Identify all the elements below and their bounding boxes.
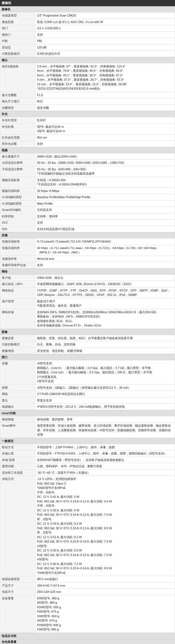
spec-value: •S型号支持: 路线输入（Line in）：最大输入幅值：3.3 Vpp，输入阻… bbox=[35, 360, 175, 385]
spec-label: 快门 bbox=[0, 25, 35, 32]
spec-value: 32 Kbps~8 Mbps bbox=[35, 188, 175, 194]
spec-value: 186.6×92.7×87.6 mm bbox=[35, 582, 175, 589]
spec-value: 支持 bbox=[35, 141, 175, 147]
table-row: 用户管理最多32个用户 可配置管理员、操作员、普通用户 bbox=[0, 298, 175, 309]
spec-label: 日夜切换模式 bbox=[0, 341, 35, 348]
spec-label: 音频 bbox=[0, 360, 35, 385]
spec-label: 供电方式 bbox=[0, 476, 35, 576]
spec-value: 支持 bbox=[35, 31, 175, 38]
section-header: 网络 bbox=[0, 269, 175, 274]
spec-value: 850 nm bbox=[35, 134, 175, 141]
spec-value: DWD型号: 460 g WD型号: 480 g FDWD型号: 655 g F… bbox=[35, 595, 175, 633]
spec-value: G.711ulaw/G.711alaw/G.722.1/G.726/MP2L2/… bbox=[35, 238, 175, 245]
table-row: Smart事件场景变更侦测、区域入侵侦测、越界侦测、进入区域侦测、离开区域侦测、… bbox=[0, 423, 175, 438]
section-header: 音频 bbox=[0, 232, 175, 238]
spec-label: Smart264编码 bbox=[0, 207, 35, 213]
spec-value: -30 °C~60 °C，湿度不于95%（无凝结） bbox=[35, 469, 175, 476]
table-row: 复位带复位支持 bbox=[0, 397, 175, 404]
spec-table: 联动方式不同的型号：上传FTP/NAS，上传中心，邮件，录像，抓图存储介质不同的… bbox=[0, 444, 175, 633]
spec-value: 支持NAS (NFS, SMB/CIFS支持)，支持MicroSD/Micro … bbox=[35, 309, 175, 329]
spec-value: F1.6 bbox=[35, 92, 175, 98]
spec-label: 传感器类型 bbox=[0, 12, 35, 19]
table-row: 接口协议（API）开放型网络视频接口，ISAPI, SDK, Ehome (2.… bbox=[0, 281, 175, 287]
spec-label: 电源连接类型 bbox=[0, 576, 35, 583]
spec-value: iVMS-4200，萤石云 bbox=[35, 274, 175, 281]
spec-table: 图像设置饱和度、亮度、对比度、锐度、AGC、白平衡通过客户端或者浏览器可调日夜切… bbox=[0, 335, 175, 354]
spec-label: 复位 bbox=[0, 397, 35, 404]
table-row: 网络存储支持NAS (NFS, SMB/CIFS支持)，支持MicroSD/Mi… bbox=[0, 309, 175, 329]
spec-label: 焦距&视场角 bbox=[0, 63, 35, 92]
spec-value: 50 Hz：25 fps（2688×1520, 2560×1440, 1920×… bbox=[35, 160, 175, 166]
table-row: 快门1/3 s~1/100,000 s bbox=[0, 25, 175, 32]
table-row: 光圈类型固定光圈 bbox=[0, 104, 175, 111]
table-row: 日夜切换模式白天、夜晚、自动、定时切换 bbox=[0, 341, 175, 348]
spec-label: SVC bbox=[0, 220, 35, 226]
spec-value: •FWD/3-I5型号支持：DC12 V，100 mA电源输出，用于给音箱供电 bbox=[35, 404, 175, 410]
spec-label: 存储"设置 bbox=[0, 457, 35, 463]
table-row: 主码流流分辨率50 Hz：25 fps（2688×1520, 2560×1440… bbox=[0, 160, 175, 166]
spec-label: 慢快门 bbox=[0, 31, 35, 38]
section-header: 视频 bbox=[0, 147, 175, 153]
spec-value: 64 Kbps（G.711 ulaw/G.711 alaw）/16 Kbps（G… bbox=[35, 245, 175, 256]
table-row: H.265编码类型Main Profile bbox=[0, 200, 175, 207]
spec-value: 背光补偿、强光抑制、3D数字降噪 bbox=[35, 348, 175, 354]
table-row: 最大图像尺寸2688×1520（默认2560×1440） bbox=[0, 153, 175, 160]
table-row: 联动方式不同的型号：上传FTP/NAS，上传中心，邮件，录像，抓图 bbox=[0, 444, 175, 450]
table-row: 电源连接类型Ø5.5 mm连接口 bbox=[0, 576, 175, 583]
spec-label: 通用功能 bbox=[0, 463, 35, 470]
spec-value: 1个RJ45 10M/100 M自适应以太网口 bbox=[35, 391, 175, 397]
table-row: 网络1个RJ45 10M/100 M自适应以太网口 bbox=[0, 391, 175, 397]
table-row: 存储介质不同的型号：FTP/SD卡/NAS，上传中心，邮件，录像，抓图，报警，报… bbox=[0, 450, 175, 457]
spec-label: 宽动态 bbox=[0, 44, 35, 51]
spec-value: 定码率、变码率 bbox=[35, 213, 175, 220]
table-row: 音频压缩码率64 Kbps（G.711 ulaw/G.711 alaw）/16 … bbox=[0, 245, 175, 256]
table-row: P/制P制 bbox=[0, 38, 175, 44]
table-row: 基础智能移动侦测、遮挡报警、异常 bbox=[0, 416, 175, 423]
spec-value: TCP/IP，ICMP，HTTP，FTP，DHCP，DNS，RTP，RTSP，R… bbox=[35, 287, 175, 298]
table-row: 存储"设置支持RESET键重置（带型号支持），支持客户端或浏览器恢复默认 bbox=[0, 457, 175, 463]
spec-value: 50 Hz：25 fps（640×480，640×360） *子码流编码不能超过… bbox=[35, 166, 175, 177]
table-row: 防补光过曝支持 bbox=[0, 141, 175, 147]
spec-value: I型号: 最远可达30 m S型号: 最远可达50 m bbox=[35, 123, 175, 134]
table-row: 网络协议TCP/IP，ICMP，HTTP，FTP，DHCP，DNS，RTP，RT… bbox=[0, 287, 175, 298]
table-row: SVC支持 bbox=[0, 220, 175, 226]
spec-label: 视频压缩标准 bbox=[0, 177, 35, 188]
spec-label: 镜头尺寸接口 bbox=[0, 98, 35, 105]
spec-label: 最大图像尺寸 bbox=[0, 153, 35, 160]
spec-label: 电源输出 bbox=[0, 404, 35, 410]
table-row: 子码流流分辨率50 Hz：25 fps（640×480，640×360） *子码… bbox=[0, 166, 175, 177]
spec-value: 120 dB bbox=[35, 44, 175, 51]
spec-table: 客户端iVMS-4200，萤石云接口协议（API）开放型网络视频接口，ISAPI… bbox=[0, 274, 175, 329]
spec-table: 补光灯类型红外灯补光距离I型号: 最远可达30 m S型号: 最远可达50 m红… bbox=[0, 117, 175, 147]
spec-value: 白天、夜晚、自动、定时切换 bbox=[35, 341, 175, 348]
spec-value: 移动侦测、遮挡报警、异常 bbox=[35, 416, 175, 423]
spec-label: 补光灯类型 bbox=[0, 117, 35, 124]
spec-value: 心跳、密码保护、水印、IP地址过滤、参数计算器 bbox=[35, 463, 175, 470]
table-row: 电源输出•FWD/3-I5型号支持：DC12 V，100 mA电源输出，用于给音… bbox=[0, 404, 175, 410]
table-row: 传感器类型1/3" Progressive Scan CMOS bbox=[0, 12, 175, 19]
spec-value: 1/3" Progressive Scan CMOS bbox=[35, 12, 175, 19]
spec-label: 网络存储 bbox=[0, 309, 35, 329]
spec-value: 支持主码流设置4个固定区域 bbox=[35, 226, 175, 232]
spec-label: 日夜切换模式 bbox=[0, 51, 35, 57]
spec-label: 包装尺寸 bbox=[0, 589, 35, 595]
spec-label: 最低照度 bbox=[0, 19, 35, 25]
spec-label: 红外波长范围 bbox=[0, 134, 35, 141]
spec-label: 存储介质 bbox=[0, 450, 35, 457]
table-row: 设备重量DWD型号: 460 g WD型号: 480 g FDWD型号: 655… bbox=[0, 595, 175, 633]
spec-label: 启动和工作温度 bbox=[0, 469, 35, 476]
section-header: 一般规范 bbox=[0, 438, 175, 444]
spec-label: 报警 bbox=[0, 384, 35, 391]
table-row: ROI支持主码流设置4个固定区域 bbox=[0, 226, 175, 232]
spec-table: 最大图像尺寸2688×1520（默认2560×1440）主码流流分辨率50 Hz… bbox=[0, 153, 175, 233]
table-row: 日夜切换模式ICR红外滤光片式 bbox=[0, 51, 175, 57]
table-row: 音频采样率8KHz/16 kHz bbox=[0, 256, 175, 262]
spec-label: 音频压缩标准 bbox=[0, 238, 35, 245]
spec-label: 用户管理 bbox=[0, 298, 35, 309]
spec-label: 基础智能 bbox=[0, 416, 35, 423]
section-header: 镜头 bbox=[0, 57, 175, 63]
spec-label: 网络协议 bbox=[0, 287, 35, 298]
section-header: 接口 bbox=[0, 354, 175, 360]
table-row: 客户端iVMS-4200，萤石云 bbox=[0, 274, 175, 281]
table-row: 图像增强背光补偿、强光抑制、3D数字降噪 bbox=[0, 348, 175, 354]
